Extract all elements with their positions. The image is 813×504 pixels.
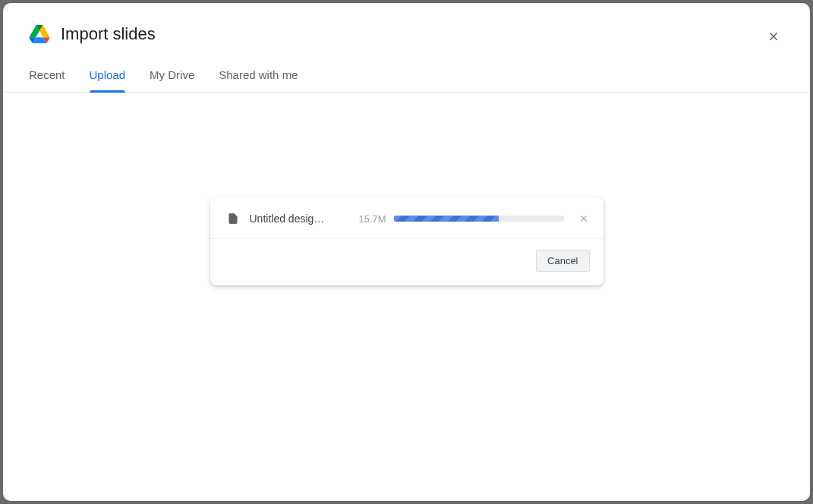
progress-fill (394, 216, 499, 222)
tabs-bar: Recent Upload My Drive Shared with me (3, 58, 810, 93)
file-size: 15.7M (359, 213, 386, 225)
content-area: Untitled desig… 15.7M Cancel (3, 93, 810, 492)
tab-my-drive[interactable]: My Drive (150, 58, 194, 92)
close-icon (767, 30, 780, 43)
google-drive-icon (29, 25, 50, 43)
remove-icon (578, 213, 589, 224)
close-button[interactable] (764, 27, 783, 46)
tab-shared-with-me[interactable]: Shared with me (219, 58, 298, 92)
progress-bar (394, 216, 564, 222)
file-name: Untitled desig… (250, 213, 356, 225)
upload-progress-card: Untitled desig… 15.7M Cancel (210, 197, 603, 285)
cancel-button[interactable]: Cancel (536, 250, 589, 272)
tab-upload[interactable]: Upload (90, 58, 126, 92)
file-icon (227, 211, 239, 226)
tab-recent[interactable]: Recent (29, 58, 65, 92)
dialog-title: Import slides (61, 24, 156, 44)
upload-row: Untitled desig… 15.7M (210, 197, 603, 239)
dialog-header: Import slides (3, 3, 810, 58)
import-slides-dialog: Import slides Recent Upload My Drive Sha… (3, 3, 810, 501)
card-footer: Cancel (210, 239, 603, 272)
remove-file-button[interactable] (578, 213, 590, 225)
